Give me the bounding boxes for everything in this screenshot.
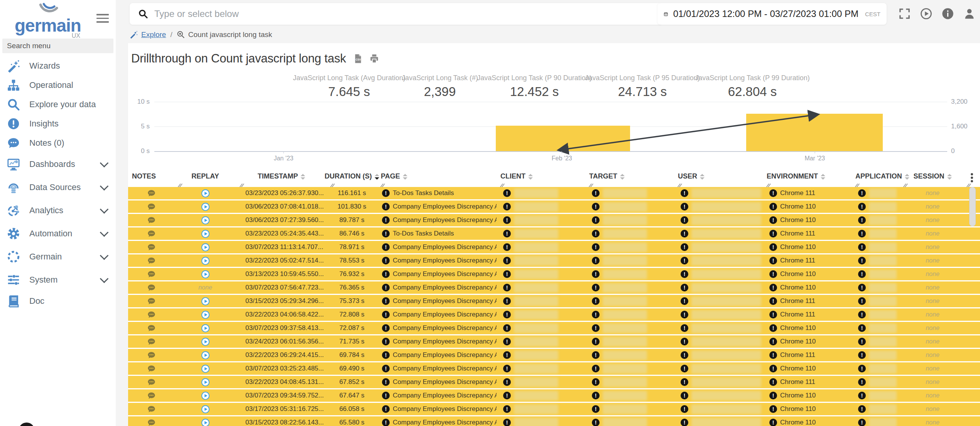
info-icon[interactable]: ! [592, 405, 600, 413]
info-icon[interactable]: ! [769, 230, 777, 237]
table-row[interactable]: 03/07/2023 03:25:23.485...69.490 s!Compa… [128, 362, 980, 375]
info-icon[interactable]: ! [858, 243, 866, 251]
table-row[interactable]: 03/06/2023 07:27:39.560...89.787 s!Compa… [128, 214, 980, 226]
note-bubble-icon[interactable] [147, 202, 156, 211]
info-icon[interactable]: ! [382, 203, 390, 210]
info-icon[interactable]: ! [382, 338, 390, 345]
sidebar-item-analytics[interactable]: Analytics [0, 199, 116, 222]
sort-carets-icon[interactable] [528, 174, 533, 180]
sort-carets-icon[interactable] [700, 174, 705, 180]
info-icon[interactable]: ! [382, 378, 390, 386]
table-row[interactable]: 03/22/2023 05:02:47.514...78.553 s!Compa… [128, 254, 980, 267]
replay-play-icon[interactable] [201, 256, 210, 265]
info-icon[interactable]: ! [681, 405, 688, 413]
replay-play-icon[interactable] [201, 351, 210, 360]
info-icon[interactable]: ! [592, 392, 600, 399]
column-header-user[interactable]: USER [674, 170, 763, 187]
info-icon[interactable]: ! [681, 338, 688, 345]
note-bubble-icon[interactable] [147, 297, 156, 306]
info-icon[interactable]: ! [592, 216, 600, 224]
note-bubble-icon[interactable] [147, 351, 156, 360]
info-icon[interactable]: ! [382, 297, 390, 305]
info-icon[interactable]: ! [769, 338, 777, 345]
info-icon[interactable]: ! [858, 324, 866, 332]
table-row[interactable]: 03/13/2023 10:59:45.550...76.932 s!Compa… [128, 268, 980, 280]
sidebar-item-operational[interactable]: Operational [0, 76, 116, 95]
column-header-timestamp[interactable]: TIMESTAMP [236, 170, 327, 187]
note-bubble-icon[interactable] [147, 256, 156, 265]
note-bubble-icon[interactable] [147, 243, 156, 252]
table-scrollbar[interactable] [969, 187, 976, 226]
info-icon[interactable]: ! [681, 297, 688, 305]
info-icon[interactable]: ! [382, 405, 390, 413]
info-icon[interactable]: ! [592, 284, 600, 291]
info-icon[interactable]: ! [592, 257, 600, 264]
info-icon[interactable]: ! [503, 297, 511, 305]
info-icon[interactable]: ! [382, 419, 390, 426]
sort-carets-icon[interactable] [821, 174, 825, 180]
info-icon[interactable]: ! [681, 351, 688, 359]
info-icon[interactable]: ! [681, 284, 688, 291]
column-resize-handle-icon[interactable] [177, 182, 183, 187]
column-resize-handle-icon[interactable] [588, 182, 594, 187]
info-icon[interactable]: ! [503, 284, 511, 291]
sidebar-item-doc[interactable]: Doc [0, 291, 116, 311]
breadcrumb-link-explore[interactable]: Explore [141, 30, 166, 39]
column-resize-handle-icon[interactable] [500, 182, 505, 187]
info-icon[interactable]: ! [858, 189, 866, 197]
info-icon[interactable]: ! [769, 189, 777, 197]
info-icon[interactable]: ! [503, 311, 511, 318]
info-icon[interactable]: ! [769, 378, 777, 386]
info-icon[interactable]: ! [681, 230, 688, 237]
play-circle-icon[interactable] [920, 8, 932, 20]
sort-carets-icon[interactable] [403, 174, 407, 180]
info-icon[interactable]: ! [681, 311, 688, 318]
table-row[interactable]: 03/22/2023 04:08:45.131...67.852 s!Compa… [128, 376, 980, 388]
info-icon[interactable]: ! [858, 297, 866, 305]
info-icon[interactable]: ! [592, 324, 600, 332]
sidebar-item-explore-your-data[interactable]: Explore your data [0, 95, 116, 114]
sidebar-item-germain[interactable]: Germain [0, 245, 116, 268]
info-circle-icon[interactable] [942, 8, 954, 20]
info-icon[interactable]: ! [592, 203, 600, 210]
info-icon[interactable]: ! [858, 338, 866, 345]
info-icon[interactable]: ! [382, 230, 390, 237]
note-bubble-icon[interactable] [147, 418, 156, 426]
replay-play-icon[interactable] [201, 364, 210, 373]
info-icon[interactable]: ! [503, 216, 511, 224]
info-icon[interactable]: ! [769, 324, 777, 332]
info-icon[interactable]: ! [592, 243, 600, 251]
column-resize-handle-icon[interactable] [380, 182, 385, 187]
info-icon[interactable]: ! [858, 378, 866, 386]
replay-play-icon[interactable] [201, 297, 210, 306]
column-resize-handle-icon[interactable] [855, 182, 860, 187]
info-icon[interactable]: ! [382, 189, 390, 197]
info-icon[interactable]: ! [382, 216, 390, 224]
info-icon[interactable]: ! [592, 378, 600, 386]
sidebar-search-input[interactable]: Search menu [2, 39, 113, 53]
note-bubble-icon[interactable] [147, 405, 156, 414]
replay-play-icon[interactable] [201, 270, 210, 279]
fullscreen-icon[interactable] [899, 8, 911, 20]
info-icon[interactable]: ! [769, 311, 777, 318]
date-range-picker[interactable]: 01/01/2023 12:00 PM - 03/27/2023 01:00 P… [657, 3, 887, 25]
info-icon[interactable]: ! [382, 311, 390, 318]
global-search-input[interactable]: Type or select below [130, 3, 662, 25]
info-icon[interactable]: ! [769, 203, 777, 210]
table-row[interactable]: 03/07/2023 09:37:58.413...72.087 s!Compa… [128, 322, 980, 334]
info-icon[interactable]: ! [592, 230, 600, 237]
info-icon[interactable]: ! [503, 351, 511, 359]
info-icon[interactable]: ! [858, 419, 866, 426]
info-icon[interactable]: ! [382, 243, 390, 251]
column-resize-handle-icon[interactable] [677, 182, 683, 187]
column-header-session[interactable]: SESSION [900, 170, 965, 187]
sidebar-item-dashboards[interactable]: Dashboards [0, 153, 116, 176]
info-icon[interactable]: ! [769, 365, 777, 372]
replay-play-icon[interactable] [201, 391, 210, 400]
replay-play-icon[interactable] [201, 189, 210, 198]
info-icon[interactable]: ! [503, 243, 511, 251]
info-icon[interactable]: ! [858, 230, 866, 237]
info-icon[interactable]: ! [681, 419, 688, 426]
column-header-target[interactable]: TARGET [585, 170, 674, 187]
column-resize-handle-icon[interactable] [239, 182, 245, 187]
